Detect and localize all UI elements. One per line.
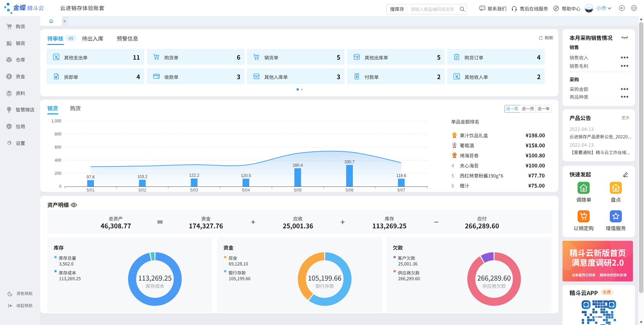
svg-text:600: 600	[55, 145, 61, 150]
svg-text:1,000: 1,000	[51, 119, 61, 123]
svg-text:5/07: 5/07	[397, 188, 406, 193]
svg-text:200: 200	[55, 171, 61, 176]
svg-text:800: 800	[55, 132, 61, 137]
svg-text:5/03: 5/03	[190, 188, 198, 193]
svg-text:1: 1	[453, 133, 455, 136]
svg-text:5/06: 5/06	[345, 188, 354, 193]
svg-text:5/02: 5/02	[139, 188, 147, 193]
svg-text:280.4: 280.4	[293, 163, 303, 168]
svg-text:0: 0	[59, 184, 61, 189]
svg-text:5/01: 5/01	[87, 188, 95, 193]
svg-text:97.8: 97.8	[87, 175, 95, 179]
svg-text:330.7: 330.7	[344, 160, 355, 164]
svg-text:122.2: 122.2	[189, 173, 199, 178]
svg-text:119.6: 119.6	[396, 173, 406, 178]
svg-text:120.5: 120.5	[241, 173, 251, 178]
svg-text:5/05: 5/05	[294, 188, 302, 193]
svg-text:103.2: 103.2	[137, 174, 147, 179]
svg-text:3: 3	[453, 153, 455, 156]
svg-text:5/04: 5/04	[242, 188, 250, 193]
svg-text:2: 2	[453, 143, 455, 146]
svg-text:400: 400	[55, 158, 61, 163]
